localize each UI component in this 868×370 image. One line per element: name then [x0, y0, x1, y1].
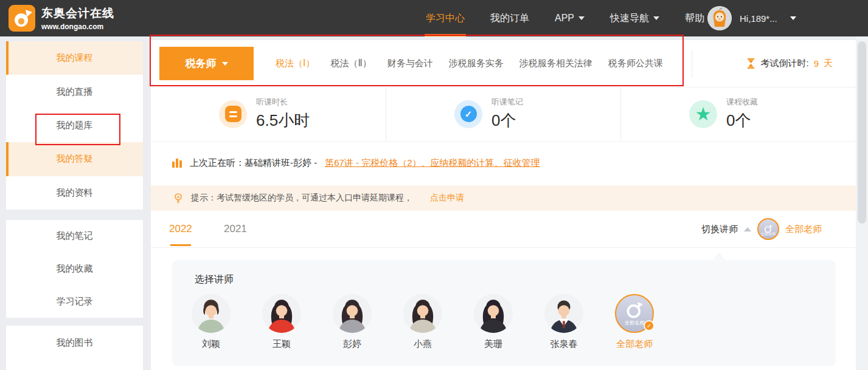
chevron-up-icon[interactable] [744, 227, 751, 231]
nav-help[interactable]: 帮助 [685, 0, 704, 36]
sidebar-item-my-materials[interactable]: 我的资料 [6, 176, 143, 210]
stat-label: 听课笔记 [491, 97, 523, 108]
teacher-item[interactable]: 王颖 [248, 294, 316, 350]
teacher-name: 美珊 [484, 338, 502, 350]
nav-quick-nav[interactable]: 快速导航 [610, 0, 659, 36]
scrollbar-track[interactable] [856, 36, 868, 370]
user-menu[interactable]: Hi,189*... [707, 0, 796, 36]
teacher-list: 刘颖 王颖 彭婷 小燕 美珊 张泉春 [177, 294, 668, 350]
top-header: 东奥会计在线 www.dongao.com 学习中心 我的订单 APP 快速导航… [0, 0, 868, 36]
site-title: 东奥会计在线 [41, 5, 114, 21]
selected-teacher-label[interactable]: 全部老师 [785, 224, 822, 235]
selected-check-icon: ✓ [644, 320, 654, 331]
divider [692, 49, 692, 78]
teacher-avatar[interactable] [403, 294, 442, 333]
stat-label: 课程收藏 [726, 97, 758, 108]
check-icon: ✓ [454, 100, 482, 128]
teacher-name: 全部老师 [616, 338, 653, 350]
last-listening-row: 上次正在听：基础精讲班-彭婷 - 第67讲 - 完税价格（2）、应纳税额的计算、… [151, 141, 856, 185]
sidebar-item-my-books[interactable]: 我的图书 [6, 326, 143, 360]
all-teachers-badge[interactable]: 全部名师 [757, 218, 779, 240]
teacher-avatar[interactable] [192, 294, 231, 333]
stats-row: 听课时长 6.5小时 ✓ 听课笔记 0个 ★ 课程收藏 0个 [151, 87, 856, 141]
teacher-name: 刘颖 [202, 338, 220, 350]
teacher-item[interactable]: 美珊 [459, 294, 527, 350]
tab-tax-related-law[interactable]: 涉税服务相关法律 [519, 58, 592, 69]
star-icon: ★ [689, 100, 717, 128]
chevron-down-icon [222, 62, 228, 66]
stat-favorites: ★ 课程收藏 0个 [620, 87, 855, 141]
chevron-down-icon [578, 16, 585, 20]
teacher-item[interactable]: 张泉春 [530, 294, 598, 350]
chevron-down-icon[interactable] [790, 16, 796, 20]
teacher-item[interactable]: 小燕 [389, 294, 457, 350]
exam-countdown: 考试倒计时: 9 天 [746, 40, 833, 87]
dongao-logo-icon [9, 5, 35, 32]
teacher-avatar[interactable] [544, 294, 583, 333]
teacher-item[interactable]: 彭婷 [318, 294, 386, 350]
tab-year-2022[interactable]: 2022 [169, 211, 192, 247]
tab-tax-law-2[interactable]: 税法（Ⅱ） [330, 58, 371, 69]
divider [151, 247, 856, 248]
teacher-avatar[interactable] [262, 294, 301, 333]
sidebar-item-my-qa[interactable]: 我的答疑 [6, 142, 143, 176]
hourglass-icon [746, 58, 755, 69]
teacher-avatar[interactable] [333, 294, 372, 333]
teacher-item[interactable]: 全部名师 ✓ 全部老师 [600, 294, 668, 350]
stat-value: 6.5小时 [256, 110, 310, 131]
stat-notes: ✓ 听课笔记 0个 [386, 87, 620, 141]
mascot-avatar-icon [707, 6, 732, 30]
card-notch [713, 252, 725, 260]
site-logo[interactable]: 东奥会计在线 www.dongao.com [9, 5, 114, 32]
sidebar-group-books: 我的图书 [6, 326, 143, 370]
teacher-name: 王颖 [273, 338, 291, 350]
tab-tax-law-1[interactable]: 税法（Ⅰ） [276, 58, 314, 69]
avatar[interactable] [707, 6, 732, 30]
sidebar-item-my-question-bank[interactable]: 我的题库 [6, 109, 143, 142]
lightbulb-icon [173, 192, 183, 205]
main-panel: 税务师 税法（Ⅰ） 税法（Ⅱ） 财务与会计 涉税服务实务 涉税服务相关法律 税务… [151, 40, 856, 370]
sidebar-group-records: 我的笔记 我的收藏 学习记录 [6, 220, 143, 318]
exam-selector-button[interactable]: 税务师 [159, 47, 254, 80]
scrollbar-thumb[interactable] [858, 41, 866, 224]
course-tabs: 税法（Ⅰ） 税法（Ⅱ） 财务与会计 涉税服务实务 涉税服务相关法律 税务师公共课 [276, 58, 663, 69]
tab-year-2021[interactable]: 2021 [224, 211, 247, 247]
stat-value: 0个 [726, 110, 758, 131]
all-teachers-avatar[interactable]: 全部名师 ✓ [615, 294, 654, 333]
stat-listening-hours: 听课时长 6.5小时 [151, 87, 386, 141]
user-greeting: Hi,189*... [740, 13, 777, 24]
teacher-name: 张泉春 [550, 338, 578, 350]
switch-teacher-control: 切换讲师 全部名师 全部老师 [701, 211, 822, 247]
tip-apply-link[interactable]: 点击申请 [430, 193, 464, 204]
notebook-icon [219, 100, 247, 128]
tab-public-course[interactable]: 税务师公共课 [608, 58, 663, 69]
sidebar-item-my-notes[interactable]: 我的笔记 [6, 220, 143, 253]
site-url: www.dongao.com [41, 22, 114, 31]
dongao-logo-icon [625, 301, 644, 320]
teacher-name: 彭婷 [343, 338, 361, 350]
sidebar-item-study-records[interactable]: 学习记录 [6, 285, 143, 318]
stat-value: 0个 [491, 110, 523, 131]
last-listening-text: 上次正在听：基础精讲班-彭婷 - [190, 157, 317, 169]
tip-banner: 提示：考试暂缓地区的学员，可通过本入口申请延期课程， 点击申请 [151, 185, 856, 211]
teacher-select-card: 选择讲师 刘颖 王颖 彭婷 小燕 美珊 [172, 260, 836, 366]
sidebar-item-my-live[interactable]: 我的直播 [6, 75, 143, 108]
switch-teacher-label: 切换讲师 [701, 224, 738, 235]
teacher-avatar[interactable] [474, 294, 513, 333]
year-tab-row: 2022 2021 切换讲师 全部名师 全部老师 [151, 211, 856, 247]
teacher-name: 小燕 [414, 338, 432, 350]
nav-app[interactable]: APP [555, 0, 585, 36]
last-listening-link[interactable]: 第67讲 - 完税价格（2）、应纳税额的计算、征收管理 [325, 157, 540, 169]
teacher-item[interactable]: 刘颖 [177, 294, 245, 350]
tab-finance-accounting[interactable]: 财务与会计 [387, 58, 433, 69]
tip-text: 提示：考试暂缓地区的学员，可通过本入口申请延期课程， [191, 193, 412, 204]
sidebar-item-my-favorites[interactable]: 我的收藏 [6, 253, 143, 286]
card-title: 选择讲师 [195, 273, 234, 286]
chevron-down-icon [653, 16, 659, 20]
tab-tax-service-practice[interactable]: 涉税服务实务 [449, 58, 504, 69]
sidebar-item-my-courses[interactable]: 我的课程 [6, 41, 143, 75]
nav-learning-center[interactable]: 学习中心 [426, 0, 465, 36]
stat-label: 听课时长 [256, 97, 310, 108]
countdown-unit: 天 [824, 58, 833, 69]
nav-my-orders[interactable]: 我的订单 [490, 0, 529, 36]
